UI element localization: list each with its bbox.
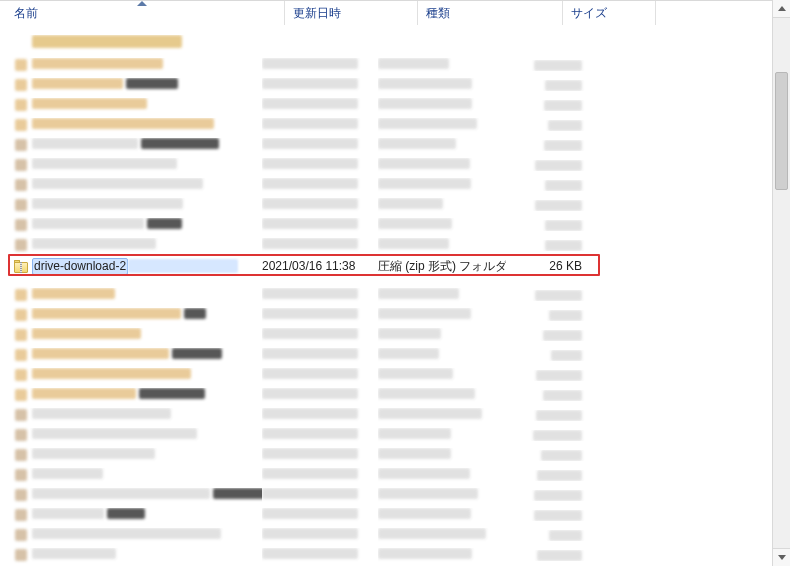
explorer-window: 名前 更新日時 種類 サイズ drive-download-22021/03/1… — [0, 0, 790, 566]
file-date: 2021/03/16 11:38 — [262, 259, 378, 273]
table-row[interactable] — [0, 525, 772, 545]
file-list-viewport: 名前 更新日時 種類 サイズ drive-download-22021/03/1… — [0, 0, 772, 566]
table-row[interactable] — [0, 175, 772, 195]
table-row[interactable] — [0, 465, 772, 485]
column-header-name[interactable]: 名前 — [0, 1, 285, 25]
table-row[interactable] — [0, 235, 772, 255]
table-row[interactable] — [0, 215, 772, 235]
table-row[interactable] — [0, 135, 772, 155]
column-header-size-label: サイズ — [571, 5, 607, 22]
column-header-name-label: 名前 — [14, 5, 38, 22]
file-list: drive-download-22021/03/16 11:38圧縮 (zip … — [0, 25, 772, 566]
file-type: 圧縮 (zip 形式) フォルダー — [378, 258, 506, 275]
sort-asc-icon — [137, 1, 147, 6]
scroll-up-button[interactable] — [773, 0, 790, 18]
column-header-date-label: 更新日時 — [293, 5, 341, 22]
column-header-type[interactable]: 種類 — [418, 1, 563, 25]
column-header-type-label: 種類 — [426, 5, 450, 22]
table-row[interactable] — [0, 545, 772, 565]
table-row[interactable] — [0, 155, 772, 175]
table-row-highlighted[interactable]: drive-download-22021/03/16 11:38圧縮 (zip … — [0, 255, 772, 277]
table-row[interactable] — [0, 485, 772, 505]
column-header-size[interactable]: サイズ — [563, 1, 656, 25]
table-row[interactable] — [0, 55, 772, 75]
chevron-down-icon — [778, 555, 786, 560]
vertical-scrollbar[interactable] — [772, 0, 790, 566]
table-row[interactable] — [0, 195, 772, 215]
scroll-down-button[interactable] — [773, 548, 790, 566]
table-row[interactable] — [0, 285, 772, 305]
table-row[interactable] — [0, 405, 772, 425]
column-header-row: 名前 更新日時 種類 サイズ — [0, 0, 772, 25]
table-row[interactable] — [0, 31, 772, 55]
table-row[interactable] — [0, 385, 772, 405]
file-size: 26 KB — [506, 259, 588, 273]
table-row[interactable] — [0, 505, 772, 525]
table-row[interactable] — [0, 325, 772, 345]
table-row[interactable] — [0, 115, 772, 135]
table-row[interactable] — [0, 75, 772, 95]
table-row[interactable] — [0, 365, 772, 385]
scrollbar-thumb[interactable] — [775, 72, 788, 190]
table-row[interactable] — [0, 445, 772, 465]
chevron-up-icon — [778, 6, 786, 11]
table-row[interactable] — [0, 345, 772, 365]
table-row[interactable] — [0, 425, 772, 445]
zip-folder-icon — [14, 259, 28, 274]
table-row[interactable] — [0, 95, 772, 115]
table-row[interactable] — [0, 305, 772, 325]
column-header-date[interactable]: 更新日時 — [285, 1, 418, 25]
file-name: drive-download-2 — [32, 258, 128, 275]
